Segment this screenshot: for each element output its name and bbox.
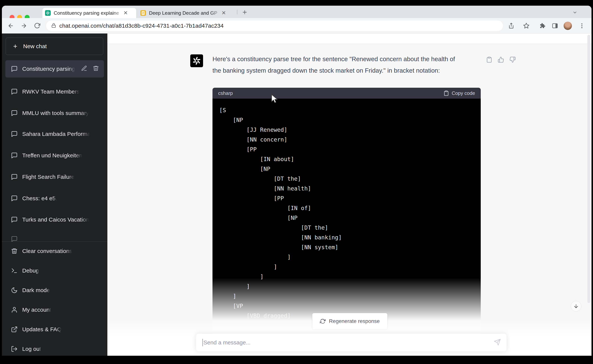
sidebar-footer-label: Log out [22,346,41,352]
document-favicon-icon [140,10,146,16]
conversation-title: Flight Search Failure [22,174,74,180]
screen: Constituency parsing explaine ✕ Deep Lea… [0,0,593,364]
tab-strip: Constituency parsing explaine ✕ Deep Lea… [2,6,592,18]
conversation-title: MMLU with tools summary [22,110,89,116]
chat-bubble-icon [11,110,18,117]
conversation-title: Constituency parsing [22,66,75,72]
message-input[interactable]: Send a message... [196,333,507,351]
assistant-message-line1: Here's a constituency parse tree for the… [213,56,455,63]
sidebar-footer-label: Debug [22,267,39,274]
sidebar-item-chess[interactable]: Chess: e4 e5. [5,190,104,207]
chat-bubble-icon [11,88,18,95]
conversation-actions [81,65,99,73]
input-placeholder: Send a message... [203,339,494,346]
trash-icon [11,248,18,254]
back-icon[interactable] [7,23,14,29]
clipboard-icon [443,90,449,96]
side-panel-icon[interactable] [552,23,558,29]
code-block: csharp Copy code [S [NP [JJ Renewed] [NN… [213,88,481,337]
tab-title: Constituency parsing explaine [54,10,123,16]
copy-code-button[interactable]: Copy code [443,90,475,96]
text-caret [202,339,203,346]
reload-icon[interactable] [34,23,40,29]
tab-divider [237,10,237,14]
conversation-title: Turks and Caicos Vacation [22,216,89,223]
sidebar-footer-label: Dark mode [22,287,50,293]
copy-clipboard-icon[interactable] [486,57,493,63]
logout-icon [11,345,18,352]
sidebar-item-constituency-parsing[interactable]: Constituency parsing [5,60,104,78]
new-tab-button[interactable] [241,9,248,16]
assistant-avatar [190,54,203,67]
sidebar-item-log-out[interactable]: Log out [5,340,104,356]
bookmark-star-icon[interactable] [523,23,530,29]
chat-bubble-icon [11,195,18,202]
sidebar-item-rwkv[interactable]: RWKV Team Members [5,83,104,100]
tab-close-icon[interactable]: ✕ [221,10,226,16]
forward-icon[interactable] [21,23,27,29]
sidebar-item-flight[interactable]: Flight Search Failure [5,168,104,186]
url-text: chat.openai.com/chat/a81d3c8b-c924-4731-… [59,23,224,29]
tab-deep-learning[interactable]: Deep Learning Decade and GP ✕ [138,8,234,18]
tab-close-icon[interactable]: ✕ [123,10,128,16]
page-content: New chat Constituency parsing RWKV Team … [2,33,592,356]
sidebar-item-turks[interactable]: Turks and Caicos Vacation [5,211,104,228]
scroll-to-bottom-button[interactable] [571,301,581,312]
terminal-icon [11,267,18,274]
conversation-title: Treffen und Neuigkeiten [22,152,82,159]
tab-title: Deep Learning Decade and GP [149,10,221,16]
sidebar-divider [2,241,107,242]
code-language-label: csharp [218,90,233,96]
browser-toolbar: chat.openai.com/chat/a81d3c8b-c924-4731-… [2,18,592,33]
code-block-header: csharp Copy code [213,88,481,99]
assistant-message-line2: the banking system dragged down the stoc… [213,67,440,74]
edit-pencil-icon[interactable] [81,65,87,73]
previous-message-edge [107,33,592,44]
conversation-title: RWKV Team Members [22,88,80,95]
tab-search-chevron-icon[interactable] [572,10,578,16]
sidebar: New chat Constituency parsing RWKV Team … [2,33,107,356]
down-arrow-icon [573,303,579,309]
browser-menu-dots-icon[interactable] [579,23,585,29]
conversation-title: Chess: e4 e5. [22,195,57,202]
user-icon [11,306,18,313]
address-bar[interactable]: chat.openai.com/chat/a81d3c8b-c924-4731-… [46,20,503,31]
chat-bubble-icon [11,131,18,137]
sidebar-footer-label: Updates & FAQ [22,326,61,332]
sidebar-item-treffen[interactable]: Treffen und Neuigkeiten [5,147,104,164]
scrollbar[interactable] [587,35,590,303]
browser-window: Constituency parsing explaine ✕ Deep Lea… [2,6,592,356]
chat-main: Here's a constituency parse tree for the… [107,33,592,356]
moon-icon [11,287,18,294]
copy-code-label: Copy code [452,90,475,96]
profile-avatar[interactable] [564,22,572,30]
tab-constituency-parsing[interactable]: Constituency parsing explaine ✕ [42,8,136,18]
message-actions [486,57,516,63]
send-icon[interactable] [494,338,501,346]
chat-bubble-icon [11,216,18,223]
sidebar-item-debug[interactable]: Debug [5,262,104,279]
conversation-title: Sahara Lambada Performanc [22,131,90,137]
thumbs-down-icon[interactable] [509,57,516,63]
extensions-puzzle-icon[interactable] [539,23,546,29]
chatgpt-favicon-icon [45,10,51,16]
sidebar-item-updates-faq[interactable]: Updates & FAQ [5,321,104,338]
delete-trash-icon[interactable] [93,65,99,73]
sidebar-footer-label: My account [22,307,51,313]
chat-bubble-icon [11,65,18,72]
sidebar-item-clear-conversations[interactable]: Clear conversations [5,242,104,260]
lock-icon [51,23,56,29]
sidebar-item-mmlu[interactable]: MMLU with tools summary [5,104,104,122]
new-chat-label: New chat [23,43,47,50]
chat-bubble-icon [11,174,18,180]
sidebar-item-my-account[interactable]: My account [5,301,104,318]
mouse-cursor [271,94,280,105]
sidebar-item-sahara[interactable]: Sahara Lambada Performanc [5,125,104,143]
sidebar-footer-label: Clear conversations [22,248,72,254]
thumbs-up-icon[interactable] [498,57,504,63]
chat-bubble-icon [11,152,18,159]
new-chat-button[interactable]: New chat [6,38,103,55]
external-link-icon [11,326,18,333]
share-icon[interactable] [508,23,514,29]
sidebar-item-dark-mode[interactable]: Dark mode [5,282,104,299]
